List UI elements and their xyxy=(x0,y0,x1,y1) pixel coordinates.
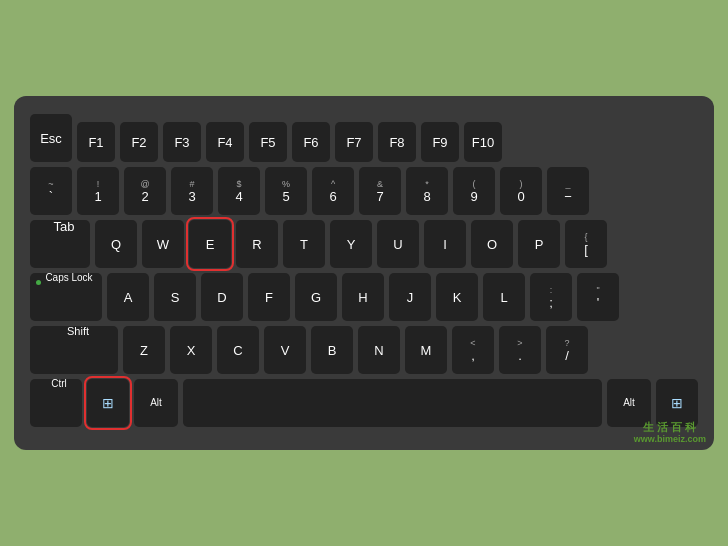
key-k[interactable]: K xyxy=(436,273,478,321)
key-7[interactable]: &7 xyxy=(359,167,401,215)
key-g[interactable]: G xyxy=(295,273,337,321)
key-n[interactable]: N xyxy=(358,326,400,374)
key-u[interactable]: U xyxy=(377,220,419,268)
key-f1[interactable]: F1 xyxy=(77,122,115,162)
key-t[interactable]: T xyxy=(283,220,325,268)
key-f10[interactable]: F10 xyxy=(464,122,502,162)
key-i[interactable]: I xyxy=(424,220,466,268)
key-z[interactable]: Z xyxy=(123,326,165,374)
key-d[interactable]: D xyxy=(201,273,243,321)
key-c[interactable]: C xyxy=(217,326,259,374)
row-num: ~` !1 @2 #3 $4 %5 ^6 &7 *8 (9 )0 _− xyxy=(30,167,698,215)
key-period[interactable]: >. xyxy=(499,326,541,374)
key-v[interactable]: V xyxy=(264,326,306,374)
key-semicolon[interactable]: :; xyxy=(530,273,572,321)
key-comma[interactable]: <, xyxy=(452,326,494,374)
key-p[interactable]: P xyxy=(518,220,560,268)
key-f3[interactable]: F3 xyxy=(163,122,201,162)
key-esc[interactable]: Esc xyxy=(30,114,72,162)
row-bottom: Ctrl ⊞ Alt Alt ⊞ xyxy=(30,379,698,427)
key-slash[interactable]: ?/ xyxy=(546,326,588,374)
key-space[interactable] xyxy=(183,379,602,427)
key-e[interactable]: E xyxy=(189,220,231,268)
key-h[interactable]: H xyxy=(342,273,384,321)
key-b[interactable]: B xyxy=(311,326,353,374)
key-x[interactable]: X xyxy=(170,326,212,374)
key-3[interactable]: #3 xyxy=(171,167,213,215)
windows-icon-right: ⊞ xyxy=(671,395,683,411)
key-6[interactable]: ^6 xyxy=(312,167,354,215)
key-f6[interactable]: F6 xyxy=(292,122,330,162)
key-shift-left[interactable]: Shift xyxy=(30,326,118,374)
row-zxcv: Shift Z X C V B N M <, >. ?/ xyxy=(30,326,698,374)
caps-lock-label: Caps Lock xyxy=(45,273,92,283)
key-f[interactable]: F xyxy=(248,273,290,321)
key-o[interactable]: O xyxy=(471,220,513,268)
key-9[interactable]: (9 xyxy=(453,167,495,215)
key-f4[interactable]: F4 xyxy=(206,122,244,162)
key-m[interactable]: M xyxy=(405,326,447,374)
key-4[interactable]: $4 xyxy=(218,167,260,215)
row-qwerty: Tab Q W E R T Y U I O P {[ xyxy=(30,220,698,268)
key-win-left[interactable]: ⊞ xyxy=(87,379,129,427)
key-2[interactable]: @2 xyxy=(124,167,166,215)
key-l[interactable]: L xyxy=(483,273,525,321)
key-5[interactable]: %5 xyxy=(265,167,307,215)
key-quote[interactable]: "' xyxy=(577,273,619,321)
key-caps-lock[interactable]: Caps Lock xyxy=(30,273,102,321)
watermark-line1: 生 活 百 科 xyxy=(634,420,706,434)
key-q[interactable]: Q xyxy=(95,220,137,268)
watermark: 生 活 百 科 www.bimeiz.com xyxy=(634,420,706,446)
key-f9[interactable]: F9 xyxy=(421,122,459,162)
key-ctrl-left[interactable]: Ctrl xyxy=(30,379,82,427)
key-minus[interactable]: _− xyxy=(547,167,589,215)
windows-icon: ⊞ xyxy=(102,395,114,411)
key-bracket-l[interactable]: {[ xyxy=(565,220,607,268)
key-f7[interactable]: F7 xyxy=(335,122,373,162)
caps-lock-indicator xyxy=(36,280,41,285)
keyboard: Esc F1 F2 F3 F4 F5 F6 F7 F8 F9 F10 ~` !1… xyxy=(14,96,714,450)
key-w[interactable]: W xyxy=(142,220,184,268)
key-f2[interactable]: F2 xyxy=(120,122,158,162)
key-r[interactable]: R xyxy=(236,220,278,268)
key-1[interactable]: !1 xyxy=(77,167,119,215)
key-alt-left[interactable]: Alt xyxy=(134,379,178,427)
key-tilde[interactable]: ~` xyxy=(30,167,72,215)
key-8[interactable]: *8 xyxy=(406,167,448,215)
row-asdf: Caps Lock A S D F G H J K L :; "' xyxy=(30,273,698,321)
key-f8[interactable]: F8 xyxy=(378,122,416,162)
key-0[interactable]: )0 xyxy=(500,167,542,215)
watermark-line2: www.bimeiz.com xyxy=(634,434,706,446)
row-fn: Esc F1 F2 F3 F4 F5 F6 F7 F8 F9 F10 xyxy=(30,114,698,162)
key-y[interactable]: Y xyxy=(330,220,372,268)
key-s[interactable]: S xyxy=(154,273,196,321)
key-j[interactable]: J xyxy=(389,273,431,321)
key-f5[interactable]: F5 xyxy=(249,122,287,162)
key-a[interactable]: A xyxy=(107,273,149,321)
key-tab[interactable]: Tab xyxy=(30,220,90,268)
